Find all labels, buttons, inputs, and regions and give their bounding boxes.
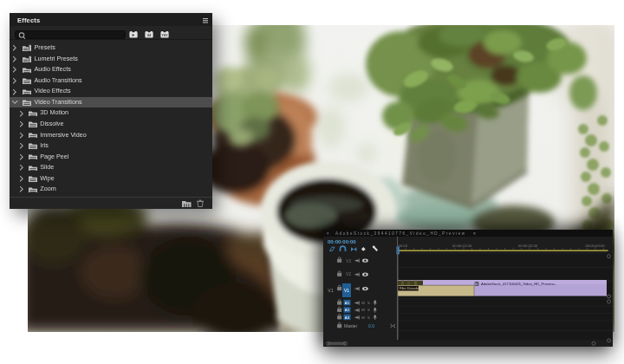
svg-text:M: M [361,308,365,312]
svg-text:S: S [367,301,370,305]
svg-text:00:00:02:00: 00:00:02:00 [518,244,538,248]
svg-text:Film Dissolve: Film Dissolve [400,286,421,290]
svg-text:00:00:01:00: 00:00:01:00 [452,244,472,248]
svg-text:0.0: 0.0 [368,323,374,328]
svg-text:S: S [367,308,370,312]
svg-text:V2: V2 [346,271,351,276]
svg-text:V1: V1 [344,288,349,293]
svg-text:A3: A3 [345,315,350,320]
svg-text:32: 32 [147,33,152,37]
svg-text:Master: Master [344,323,358,328]
svg-text:S: S [367,315,370,320]
svg-text:V3: V3 [346,258,351,263]
svg-text:00:00: 00:00 [399,244,408,248]
svg-text:fx: fx [475,283,478,286]
svg-text:YUV: YUV [162,34,169,37]
svg-text:A1: A1 [345,301,350,305]
svg-text:V1: V1 [328,288,333,293]
svg-text:A2: A2 [345,308,350,312]
svg-text:AdobeStock_417106426_Video_HD_: AdobeStock_417106426_Video_HD_Preview... [481,282,557,286]
svg-text:M: M [361,315,365,320]
svg-text:M: M [361,301,365,305]
